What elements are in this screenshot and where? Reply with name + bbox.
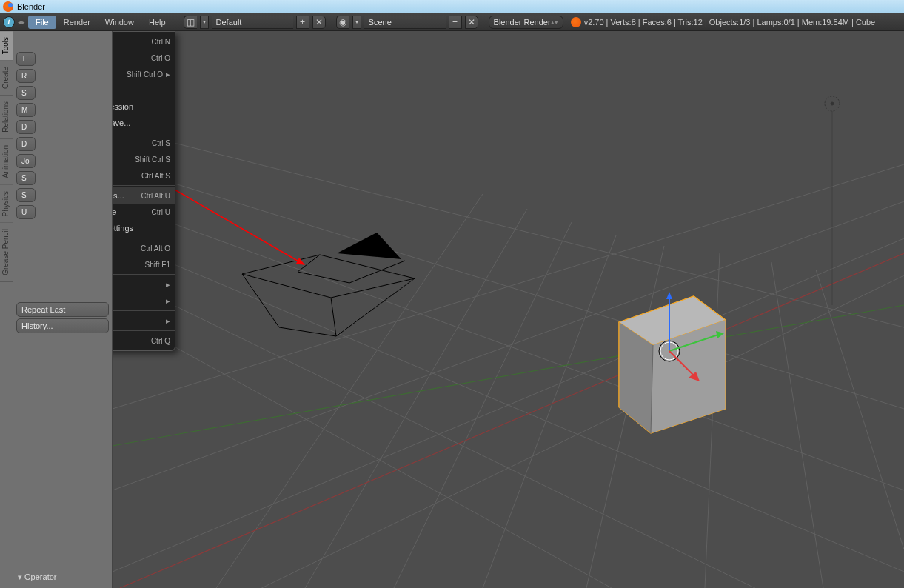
layout-remove-button[interactable]: ✕ [312, 16, 326, 29]
editor-type-chevron-icon[interactable]: ◂▸ [18, 19, 25, 26]
svg-line-5 [113, 127, 904, 327]
menu-item-label: Quit [113, 336, 145, 345]
menu-item-label: Open Recent... [113, 70, 121, 78]
layout-browse-button[interactable]: ◫ [184, 16, 197, 29]
menu-item-label: External Data [113, 316, 163, 325]
shelf-button[interactable]: S [16, 188, 36, 202]
menu-item-shortcut: Ctrl Alt U [141, 192, 170, 200]
tab-animation[interactable]: Animation [0, 139, 13, 184]
file-menu-save-copy[interactable]: ✓Save Copy...Ctrl Alt S [113, 167, 175, 184]
menu-item-shortcut: Ctrl N [151, 38, 170, 46]
shelf-button[interactable]: Jo [16, 154, 36, 168]
shelf-button[interactable]: D [16, 137, 36, 151]
svg-line-2 [113, 275, 904, 588]
file-menu-external-data[interactable]: 📎External Data▸ [113, 313, 175, 329]
camera-object[interactable] [242, 233, 415, 336]
menu-window[interactable]: Window [98, 16, 141, 29]
layout-add-button[interactable]: + [296, 16, 309, 29]
file-menu-revert: ⟳Revert [113, 82, 175, 98]
file-menu-new[interactable]: NewCtrl N [113, 33, 175, 50]
file-menu-recover-last-session[interactable]: ⟲Recover Last Session [113, 98, 175, 115]
tool-shelf: User TRSMDDJoSSU Repeat Last History... … [13, 31, 113, 588]
menu-item-label: Append [113, 260, 139, 269]
window-titlebar: Blender [0, 0, 904, 13]
y-axis [113, 305, 904, 446]
top-menu-bar: i ◂▸ FileRenderWindowHelp ◫ ▾ Default + … [0, 13, 904, 31]
menu-item-label: Export [113, 296, 163, 305]
menu-item-label: Save As... [113, 155, 129, 164]
file-menu-user-preferences[interactable]: ⚙User Preferences...Ctrl Alt U [113, 187, 175, 204]
operator-panel: ▾ Operator [16, 569, 109, 585]
scene-select[interactable]: Scene [364, 16, 446, 29]
3d-viewport[interactable]: NewCtrl NOpen...Ctrl OOpen Recent...Shif… [113, 31, 904, 588]
file-menu-quit[interactable]: QuitCtrl Q [113, 333, 175, 349]
svg-line-3 [113, 313, 904, 588]
render-engine-value: Blender Render [494, 18, 551, 27]
stats-readout: v2.70 | Verts:8 | Faces:6 | Tris:12 | Ob… [571, 17, 876, 27]
tab-create[interactable]: Create [0, 61, 13, 96]
menu-item-label: Recover Auto Save... [113, 118, 170, 127]
submenu-arrow-icon: ▸ [166, 296, 170, 306]
file-menu-link[interactable]: 🔗LinkCtrl Alt O [113, 240, 175, 256]
menu-help[interactable]: Help [141, 16, 173, 29]
menu-item-label: Revert [113, 86, 170, 95]
layout-browse-chevron-icon[interactable]: ▾ [200, 16, 209, 29]
tab-tools[interactable]: Tools [0, 31, 13, 61]
shelf-button[interactable]: U [16, 205, 36, 219]
tool-tabs: ToolsCreateRelationsAnimationPhysicsGrea… [0, 31, 13, 588]
shelf-button[interactable]: T [16, 52, 36, 66]
x-axis [120, 253, 904, 588]
file-menu-save[interactable]: ✓SaveCtrl S [113, 135, 175, 151]
window-title: Blender [17, 2, 45, 11]
repeat-last-button[interactable]: Repeat Last [16, 302, 109, 317]
menu-separator [113, 238, 175, 238]
tab-grease-pencil[interactable]: Grease Pencil [0, 223, 13, 282]
submenu-arrow-icon: ▸ [166, 316, 170, 326]
scene-remove-button[interactable]: ✕ [465, 16, 478, 29]
file-menu-append[interactable]: 🔗AppendShift F1 [113, 256, 175, 273]
scene-add-button[interactable]: + [449, 16, 462, 29]
file-menu-open-recent[interactable]: Open Recent...Shift Ctrl O▸ [113, 66, 175, 82]
tab-physics[interactable]: Physics [0, 185, 13, 223]
shelf-button[interactable]: S [16, 86, 36, 100]
svg-line-24 [298, 272, 349, 283]
history-button[interactable]: History... [16, 318, 109, 333]
shelf-button[interactable]: D [16, 120, 36, 134]
menu-separator [113, 274, 175, 275]
scene-browse-chevron-icon[interactable]: ▾ [352, 16, 361, 29]
layout-value: Default [216, 18, 242, 27]
render-engine-select[interactable]: Blender Render ▴▾ [489, 16, 563, 29]
file-menu-import[interactable]: ⇓Import▸ [113, 276, 175, 293]
menu-item-shortcut: Ctrl U [151, 208, 170, 216]
menu-item-label: Save [113, 138, 146, 147]
operator-title: Operator [24, 572, 56, 581]
menu-separator [113, 133, 175, 133]
shelf-button[interactable]: M [16, 103, 36, 117]
blender-logo-icon [3, 1, 13, 12]
scene-browse-button[interactable]: ◉ [336, 16, 349, 29]
svg-line-11 [305, 209, 527, 588]
file-menu-dropdown: NewCtrl NOpen...Ctrl OOpen Recent...Shif… [113, 31, 175, 351]
info-icon[interactable]: i [3, 16, 15, 28]
file-menu-export[interactable]: ⇑Export▸ [113, 293, 175, 309]
menu-item-label: Link [113, 244, 135, 253]
layout-select[interactable]: Default [212, 16, 293, 29]
svg-point-27 [831, 102, 834, 105]
menu-item-label: User Preferences... [113, 191, 135, 200]
shelf-button[interactable]: S [16, 171, 36, 185]
stats-text: v2.70 | Verts:8 | Faces:6 | Tris:12 | Ob… [584, 18, 876, 27]
menu-separator [113, 330, 175, 331]
file-menu-save-startup-file[interactable]: ✓Save Startup FileCtrl U [113, 204, 175, 220]
menu-file[interactable]: File [28, 16, 56, 29]
shelf-button[interactable]: R [16, 69, 36, 83]
tab-relations[interactable]: Relations [0, 96, 13, 139]
menu-render[interactable]: Render [56, 16, 98, 29]
cube-object[interactable] [619, 292, 726, 433]
main-area: ToolsCreateRelationsAnimationPhysicsGrea… [0, 31, 904, 588]
file-menu-load-factory-settings[interactable]: ⟳Load Factory Settings [113, 220, 175, 236]
file-menu-recover-auto-save[interactable]: ⟲Recover Auto Save... [113, 115, 175, 131]
file-menu-save-as[interactable]: ✓Save As...Shift Ctrl S [113, 151, 175, 167]
svg-line-15 [705, 253, 720, 588]
file-menu-open[interactable]: Open...Ctrl O [113, 50, 175, 66]
lamp-object[interactable] [825, 96, 840, 305]
